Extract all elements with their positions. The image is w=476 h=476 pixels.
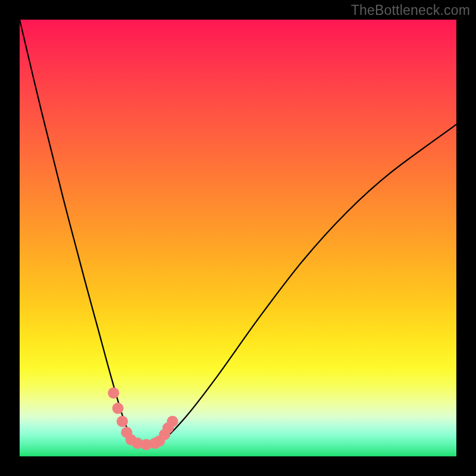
curve-layer bbox=[20, 20, 456, 456]
highlight-dot bbox=[112, 403, 124, 414]
bottleneck-curve-path bbox=[20, 20, 456, 446]
chart-frame: TheBottleneck.com bbox=[0, 0, 476, 476]
highlight-dot bbox=[167, 416, 178, 427]
highlight-dot bbox=[117, 416, 128, 427]
watermark-text: TheBottleneck.com bbox=[351, 2, 470, 18]
highlight-dots-group bbox=[108, 387, 178, 450]
highlight-dot bbox=[108, 387, 119, 399]
plot-area bbox=[20, 20, 456, 456]
